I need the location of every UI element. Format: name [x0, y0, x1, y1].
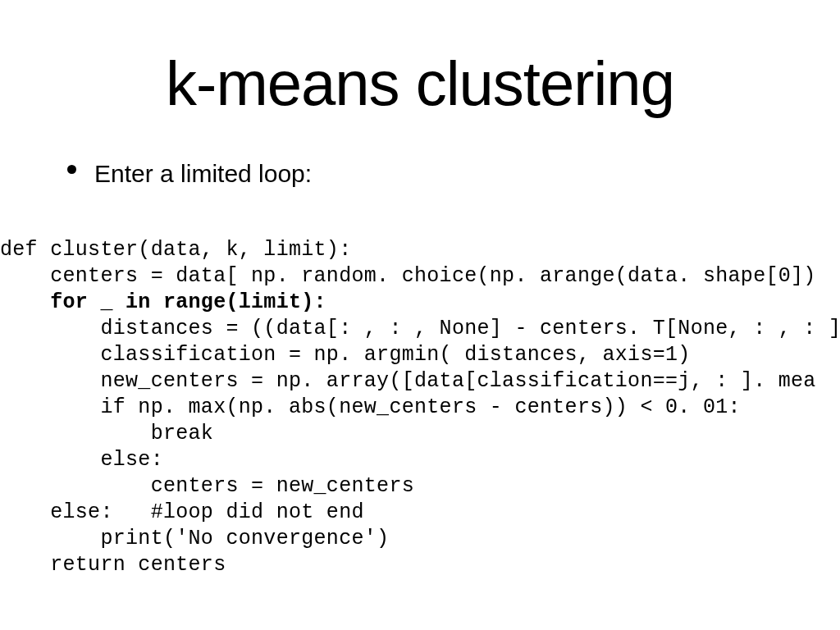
- code-line: distances = ((data[: , : , None] - cente…: [0, 317, 840, 340]
- code-block: def cluster(data, k, limit): centers = d…: [0, 237, 840, 578]
- slide-title: k-means clustering: [0, 0, 840, 160]
- code-line: def cluster(data, k, limit):: [0, 238, 351, 262]
- code-line-bold: for _ in range(limit):: [50, 290, 326, 314]
- code-line: [0, 290, 50, 314]
- code-line: centers = new_centers: [0, 474, 414, 498]
- bullet-item: Enter a limited loop:: [0, 160, 840, 188]
- code-line: else: #loop did not end: [0, 500, 364, 524]
- code-line: print('No convergence'): [0, 527, 389, 550]
- bullet-dot-icon: [67, 165, 76, 174]
- bullet-text: Enter a limited loop:: [94, 160, 312, 188]
- code-line: else:: [0, 448, 163, 472]
- code-line: if np. max(np. abs(new_centers - centers…: [0, 395, 741, 419]
- code-line: centers = data[ np. random. choice(np. a…: [0, 264, 816, 288]
- code-line: new_centers = np. array([data[classifica…: [0, 369, 816, 393]
- slide: k-means clustering Enter a limited loop:…: [0, 0, 840, 630]
- code-line: classification = np. argmin( distances, …: [0, 343, 691, 367]
- code-line: break: [0, 422, 213, 445]
- code-line: return centers: [0, 553, 226, 577]
